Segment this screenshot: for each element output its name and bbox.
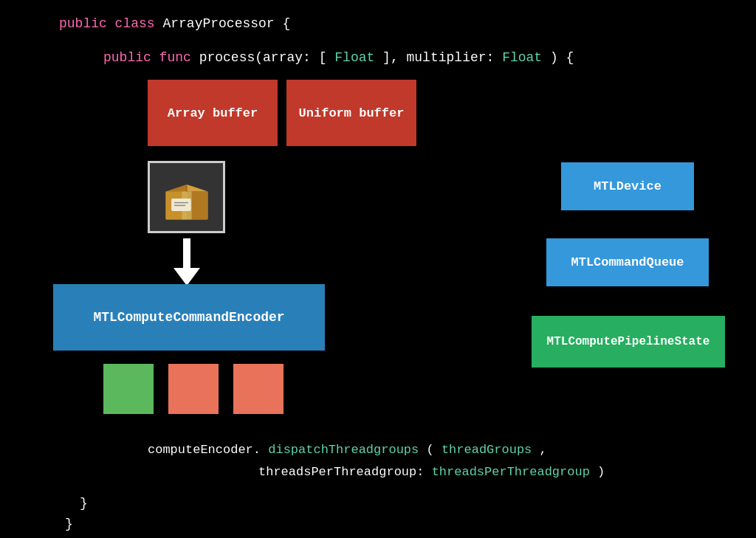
package-icon bbox=[159, 169, 215, 225]
dispatch-fn: dispatchThreadgroups bbox=[268, 443, 419, 457]
type-float-1: Float bbox=[334, 50, 374, 65]
dispatch-paren: ( bbox=[426, 443, 433, 457]
arrow-head bbox=[173, 268, 200, 286]
small-salmon-box-2 bbox=[233, 364, 284, 414]
array-buffer-box: Array buffer bbox=[148, 80, 278, 146]
bottom-code-line-3: } bbox=[80, 496, 88, 511]
package-box bbox=[148, 161, 225, 233]
uniform-buffer-box: Uniform buffer bbox=[286, 80, 416, 146]
svg-rect-6 bbox=[171, 199, 191, 211]
mtl-device-label: MTLDevice bbox=[594, 179, 662, 193]
code-line-1: public class ArrayProcessor { bbox=[59, 16, 290, 31]
main-canvas: public class ArrayProcessor { public fun… bbox=[0, 0, 756, 538]
mtl-pipeline-label: MTLComputePipelineState bbox=[547, 335, 710, 348]
class-name: ArrayProcessor { bbox=[162, 16, 290, 31]
code-line-2: public func process(array: [ Float ], mu… bbox=[103, 50, 574, 65]
mtl-device-box: MTLDevice bbox=[561, 162, 694, 210]
bottom-code-line-4: } bbox=[65, 517, 73, 531]
compute-encoder-ref: computeEncoder. bbox=[148, 443, 261, 457]
down-arrow bbox=[177, 238, 196, 286]
thread-groups-param: threadGroups bbox=[441, 443, 532, 457]
closing-brace-1: } bbox=[80, 496, 88, 511]
mtl-command-queue-label: MTLCommandQueue bbox=[571, 255, 684, 269]
compute-encoder-label: MTLComputeCommandEncoder bbox=[93, 310, 284, 325]
small-green-box bbox=[103, 364, 154, 414]
mtl-pipeline-box: MTLComputePipelineState bbox=[532, 316, 725, 368]
func-signature-3: ) { bbox=[550, 50, 574, 65]
func-signature-2: ], multiplier: bbox=[382, 50, 502, 65]
dispatch-close: ) bbox=[597, 465, 605, 479]
threads-per-label: threadsPerThreadgroup: bbox=[258, 465, 432, 479]
keyword-public-class: public class bbox=[59, 16, 155, 31]
compute-encoder-box: MTLComputeCommandEncoder bbox=[53, 284, 325, 351]
svg-marker-2 bbox=[187, 184, 208, 192]
svg-marker-1 bbox=[165, 184, 187, 192]
func-signature-1: process(array: [ bbox=[199, 50, 327, 65]
uniform-buffer-label: Uniform buffer bbox=[299, 106, 405, 120]
keyword-public-func: public func bbox=[103, 50, 191, 65]
array-buffer-label: Array buffer bbox=[168, 106, 258, 120]
dispatch-comma: , bbox=[540, 443, 547, 457]
mtl-command-queue-box: MTLCommandQueue bbox=[546, 238, 709, 286]
threads-per-val: threadsPerThreadgroup bbox=[432, 465, 590, 479]
closing-brace-2: } bbox=[65, 517, 73, 531]
arrow-shaft bbox=[183, 238, 190, 268]
bottom-code-line-2: threadsPerThreadgroup: threadsPerThreadg… bbox=[258, 465, 605, 479]
small-salmon-box-1 bbox=[168, 364, 219, 414]
type-float-2: Float bbox=[502, 50, 542, 65]
bottom-code-line-1: computeEncoder. dispatchThreadgroups ( t… bbox=[148, 443, 547, 457]
